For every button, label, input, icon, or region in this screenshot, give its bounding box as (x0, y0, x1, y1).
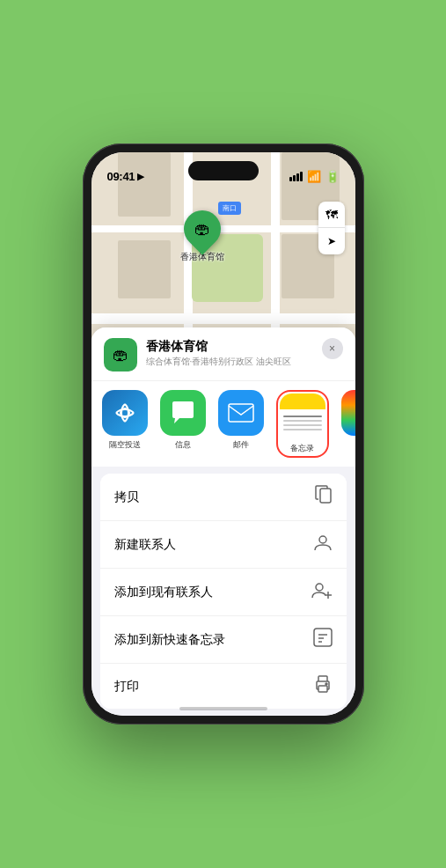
add-note-icon (313, 628, 333, 651)
bottom-sheet: 🏟 香港体育馆 综合体育馆·香港特别行政区 油尖旺区 × (91, 327, 355, 716)
add-contact-icon (311, 580, 333, 604)
svg-rect-2 (320, 489, 331, 503)
map-road (91, 313, 355, 324)
add-note-label: 添加到新快速备忘录 (114, 632, 225, 648)
marker-pin: 🏟 (176, 203, 228, 255)
add-note-action[interactable]: 添加到新快速备忘录 (100, 616, 347, 664)
status-time: 09:41 (107, 170, 135, 183)
battery-icon: 🔋 (325, 170, 340, 183)
svg-rect-7 (314, 629, 332, 646)
signal-bars (289, 172, 303, 181)
copy-action[interactable]: 拷贝 (100, 474, 347, 521)
svg-rect-12 (318, 686, 327, 692)
phone-frame: 09:41 ▶ 📶 🔋 (83, 143, 364, 725)
app-item-airdrop[interactable]: 隔空投送 (102, 390, 148, 451)
app-row: 隔空投送 信息 (102, 390, 345, 458)
venue-subtitle: 综合体育馆·香港特别行政区 油尖旺区 (146, 356, 313, 368)
messages-label: 信息 (175, 439, 191, 451)
messages-icon (160, 390, 206, 436)
venue-emoji: 🏟 (113, 346, 128, 364)
venue-icon: 🏟 (104, 338, 137, 371)
app-item-mail[interactable]: 邮件 (218, 390, 264, 451)
airdrop-icon (102, 390, 148, 436)
location-icon: ▶ (137, 171, 144, 182)
home-indicator (179, 707, 267, 710)
map-block (118, 240, 171, 299)
add-contact-label: 添加到现有联系人 (114, 585, 213, 600)
venue-name: 香港体育馆 (146, 338, 313, 354)
dynamic-island (188, 161, 259, 180)
wifi-icon: 📶 (307, 170, 321, 183)
app-row-container: 隔空投送 信息 (91, 380, 355, 467)
app-item-more[interactable]: 推 (341, 390, 355, 451)
svg-point-13 (325, 683, 327, 685)
notes-icon (280, 394, 325, 439)
svg-rect-1 (229, 404, 253, 422)
map-button-group: 🗺 ➤ (318, 202, 345, 254)
status-icons: 📶 🔋 (289, 170, 340, 183)
sheet-header: 🏟 香港体育馆 综合体育馆·香港特别行政区 油尖旺区 × (91, 327, 355, 380)
svg-point-3 (319, 536, 326, 543)
svg-point-4 (316, 584, 323, 591)
phone-screen: 09:41 ▶ 📶 🔋 (91, 152, 355, 716)
location-button[interactable]: ➤ (318, 228, 345, 254)
map-type-button[interactable]: 🗺 (318, 202, 345, 228)
notes-label: 备忘录 (290, 443, 314, 454)
venue-info: 香港体育馆 综合体育馆·香港特别行政区 油尖旺区 (146, 338, 313, 368)
action-list: 拷贝 新建联系人 (100, 474, 347, 709)
mail-icon (218, 390, 264, 436)
new-contact-icon (313, 533, 333, 556)
new-contact-action[interactable]: 新建联系人 (100, 521, 347, 569)
map-marker[interactable]: 🏟 香港体育馆 (180, 210, 224, 263)
close-button[interactable]: × (322, 338, 343, 359)
add-contact-action[interactable]: 添加到现有联系人 (100, 569, 347, 616)
app-item-notes[interactable]: 备忘录 (276, 390, 329, 458)
print-action[interactable]: 打印 (100, 664, 347, 709)
print-label: 打印 (114, 679, 139, 695)
airdrop-label: 隔空投送 (109, 439, 141, 451)
mail-label: 邮件 (233, 439, 249, 451)
marker-emoji: 🏟 (194, 220, 210, 239)
copy-label: 拷贝 (114, 489, 139, 505)
app-item-messages[interactable]: 信息 (160, 390, 206, 451)
copy-icon (315, 485, 333, 509)
more-icon (341, 390, 355, 436)
print-icon (313, 675, 333, 697)
new-contact-label: 新建联系人 (114, 537, 176, 553)
